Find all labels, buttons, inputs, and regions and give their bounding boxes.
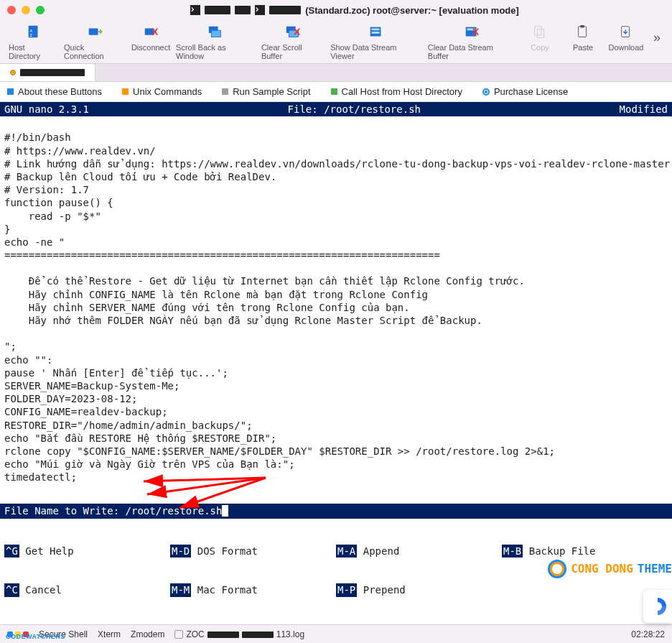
paste-button[interactable]: Paste (561, 24, 605, 52)
status-zmodem[interactable]: Zmodem (131, 629, 164, 639)
terminal-view[interactable]: GNU nano 2.3.1 File: /root/restore.sh Mo… (0, 102, 672, 624)
tab-bar (0, 63, 672, 82)
svg-rect-19 (580, 25, 584, 28)
zoom-window-button[interactable] (36, 6, 45, 14)
quick-links-bar: About these Buttons Unix Commands Run Sa… (0, 82, 672, 102)
close-window-button[interactable] (7, 6, 16, 14)
status-zoc[interactable]: ZOC113.log (174, 629, 304, 639)
clear-scroll-button[interactable]: Clear Scroll Buffer (258, 24, 327, 60)
watermark-logo: CONG DONG THEME (548, 560, 672, 578)
site-watermark: CODEWATCHERS (6, 633, 65, 640)
svg-rect-16 (535, 27, 541, 35)
titlebar: (Standard.zoc) root@server:~ [evaluation… (0, 0, 672, 20)
svg-rect-8 (212, 30, 221, 37)
toolbar-overflow-button[interactable]: » (648, 24, 666, 51)
clear-scroll-icon (283, 24, 303, 40)
clear-data-stream-button[interactable]: Clear Data Stream Buffer (425, 24, 518, 60)
book-icon: AZ (24, 24, 44, 40)
window-title-text: (Standard.zoc) root@server:~ [evaluation… (305, 5, 519, 16)
traffic-lights (7, 6, 45, 14)
copy-button: Copy (518, 24, 561, 52)
nano-header: GNU nano 2.3.1 File: /root/restore.sh Mo… (0, 102, 672, 116)
purchase-license-link[interactable]: Purchase License (482, 86, 568, 97)
terminal-icon (255, 5, 265, 15)
svg-rect-5 (89, 29, 98, 35)
recaptcha-badge[interactable] (643, 590, 672, 623)
nano-write-prompt: File Name to Write: /root/restore.sh_ (0, 504, 672, 518)
paste-icon (573, 24, 593, 40)
svg-rect-17 (537, 29, 543, 37)
session-tab[interactable] (0, 64, 95, 81)
svg-rect-18 (579, 27, 587, 37)
nano-file-label: File: /root/restore.sh (89, 103, 620, 116)
connect-icon (85, 24, 105, 40)
window-title: (Standard.zoc) root@server:~ [evaluation… (45, 5, 665, 16)
status-xterm[interactable]: Xterm (98, 629, 121, 639)
nano-status: Modified (620, 103, 668, 116)
quick-connection-button[interactable]: Quick Connection (61, 24, 129, 60)
unix-commands-link[interactable]: Unix Commands (122, 86, 202, 97)
minimize-window-button[interactable] (22, 6, 30, 14)
svg-rect-12 (372, 29, 380, 31)
download-button[interactable]: Download (605, 24, 648, 52)
data-viewer-icon (366, 24, 386, 40)
host-directory-button[interactable]: AZ Host Directory (6, 24, 61, 60)
svg-rect-1 (255, 5, 265, 15)
checkbox-icon[interactable] (174, 630, 183, 639)
svg-rect-13 (372, 32, 380, 34)
status-time: 02:28:22 (631, 629, 665, 639)
tab-status-dot (10, 70, 16, 75)
about-buttons-link[interactable]: About these Buttons (7, 86, 102, 97)
run-sample-script-link[interactable]: Run Sample Script (222, 86, 310, 97)
disconnect-icon (141, 24, 161, 40)
terminal-icon (190, 5, 200, 15)
tab-label (20, 69, 85, 76)
clear-data-icon (462, 24, 482, 40)
nano-version: GNU nano 2.3.1 (4, 103, 89, 116)
scroll-window-icon (205, 24, 225, 40)
show-data-stream-button[interactable]: Show Data Stream Viewer (327, 24, 425, 60)
copy-icon (530, 24, 550, 40)
scroll-back-button[interactable]: Scroll Back as Window (173, 24, 258, 60)
download-icon (616, 24, 636, 40)
call-host-link[interactable]: Call Host from Host Directory (331, 86, 462, 97)
toolbar: AZ Host Directory Quick Connection Disco… (0, 20, 672, 63)
status-bar: Secure Shell Xterm Zmodem ZOC113.log 02:… (0, 624, 672, 643)
disconnect-button[interactable]: Disconnect (129, 24, 173, 52)
svg-rect-0 (190, 5, 200, 15)
nano-file-body[interactable]: #!/bin/bash # https://www.realdev.vn/ # … (0, 116, 672, 504)
